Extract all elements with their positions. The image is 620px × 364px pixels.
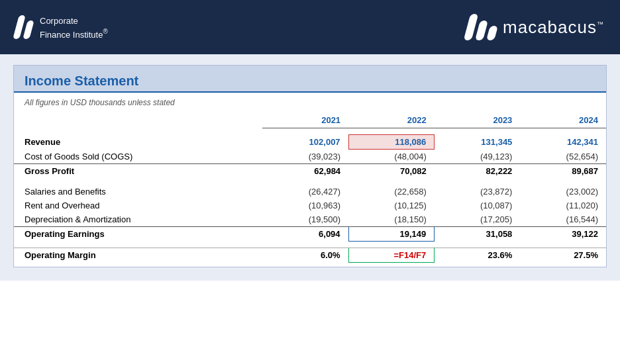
revenue-label: Revenue: [14, 135, 262, 150]
op-earnings-label: Operating Earnings: [14, 227, 262, 242]
revenue-2023: 131,345: [435, 135, 521, 150]
op-margin-2024: 27.5%: [520, 248, 606, 263]
salaries-2022: (22,658): [348, 185, 435, 199]
header: Corporate Finance Institute® macabacus™: [0, 0, 620, 54]
spacer-row-3: [14, 242, 606, 248]
rent-row: Rent and Overhead (10,963) (10,125) (10,…: [14, 199, 606, 212]
op-earnings-2021: 6,094: [262, 227, 348, 242]
da-2021: (19,500): [262, 212, 348, 227]
op-earnings-row: Operating Earnings 6,094 19,149 31,058 3…: [14, 227, 606, 242]
macabacus-name: macabacus: [503, 17, 597, 37]
col-label: [14, 113, 262, 128]
op-margin-2022[interactable]: =F14/F7: [348, 248, 435, 263]
spacer-row-4: [14, 263, 606, 267]
cogs-2023: (49,123): [435, 150, 521, 164]
cogs-label: Cost of Goods Sold (COGS): [14, 150, 262, 164]
da-2022: (18,150): [348, 212, 435, 227]
cogs-2022: (48,004): [348, 150, 435, 164]
gross-profit-2022: 70,082: [348, 164, 435, 179]
col-2023: 2023: [435, 113, 521, 128]
gross-profit-label: Gross Profit: [14, 164, 262, 179]
salaries-2023: (23,872): [435, 185, 521, 199]
header-row: 2021 2022 2023 2024: [14, 113, 606, 128]
rent-2021: (10,963): [262, 199, 348, 212]
cfi-name-line2: Finance Institute: [40, 30, 103, 40]
da-row: Depreciation & Amortization (19,500) (18…: [14, 212, 606, 227]
da-label: Depreciation & Amortization: [14, 212, 262, 227]
op-earnings-2022[interactable]: 19,149: [348, 227, 435, 242]
cogs-row: Cost of Goods Sold (COGS) (39,023) (48,0…: [14, 150, 606, 164]
revenue-2021: 102,007: [262, 135, 348, 150]
gross-profit-2021: 62,984: [262, 164, 348, 179]
salaries-label: Salaries and Benefits: [14, 185, 262, 199]
income-statement-title: Income Statement: [14, 66, 606, 93]
mac-bar-2: [475, 21, 488, 40]
gross-profit-2024: 89,687: [520, 164, 606, 179]
content-area: Income Statement All figures in USD thou…: [0, 54, 620, 281]
op-margin-2021: 6.0%: [262, 248, 348, 263]
salaries-row: Salaries and Benefits (26,427) (22,658) …: [14, 185, 606, 199]
col-2024: 2024: [520, 113, 606, 128]
cfi-bar-2: [23, 21, 34, 39]
macabacus-logo: macabacus™: [467, 14, 604, 40]
rent-label: Rent and Overhead: [14, 199, 262, 212]
cfi-logo-text: Corporate Finance Institute®: [40, 14, 108, 41]
mac-bar-3: [486, 26, 498, 40]
income-table: 2021 2022 2023 2024 Revenue 102,007 118,…: [14, 113, 606, 267]
macabacus-tm: ™: [597, 21, 604, 28]
da-2024: (16,544): [520, 212, 606, 227]
income-statement-box: Income Statement All figures in USD thou…: [13, 65, 607, 267]
salaries-2021: (26,427): [262, 185, 348, 199]
cfi-logo: Corporate Finance Institute®: [16, 14, 108, 41]
salaries-2024: (23,002): [520, 185, 606, 199]
da-2023: (17,205): [435, 212, 521, 227]
spacer-row-2: [14, 178, 606, 185]
cfi-name-line1: Corporate: [40, 16, 78, 26]
gross-profit-2023: 82,222: [435, 164, 521, 179]
macabacus-icon: [467, 14, 496, 40]
rent-2022: (10,125): [348, 199, 435, 212]
op-margin-label: Operating Margin: [14, 248, 262, 263]
col-2021: 2021: [262, 113, 348, 128]
spacer-row-1: [14, 128, 606, 135]
rent-2024: (11,020): [520, 199, 606, 212]
op-earnings-2023: 31,058: [435, 227, 521, 242]
cfi-logo-icon: [16, 15, 32, 39]
revenue-2022[interactable]: 118,086: [348, 135, 435, 150]
op-margin-2023: 23.6%: [435, 248, 521, 263]
cogs-2024: (52,654): [520, 150, 606, 164]
col-2022: 2022: [348, 113, 435, 128]
cfi-trademark: ®: [103, 28, 107, 35]
revenue-2024: 142,341: [520, 135, 606, 150]
rent-2023: (10,087): [435, 199, 521, 212]
cogs-2021: (39,023): [262, 150, 348, 164]
op-earnings-2024: 39,122: [520, 227, 606, 242]
gross-profit-row: Gross Profit 62,984 70,082 82,222 89,687: [14, 164, 606, 179]
income-title-row: Income Statement: [14, 66, 606, 93]
revenue-row: Revenue 102,007 118,086 131,345 142,341: [14, 135, 606, 150]
macabacus-text: macabacus™: [503, 17, 604, 38]
income-statement-subtitle: All figures in USD thousands unless stat…: [14, 95, 606, 113]
op-margin-row: Operating Margin 6.0% =F14/F7 23.6% 27.5…: [14, 248, 606, 263]
